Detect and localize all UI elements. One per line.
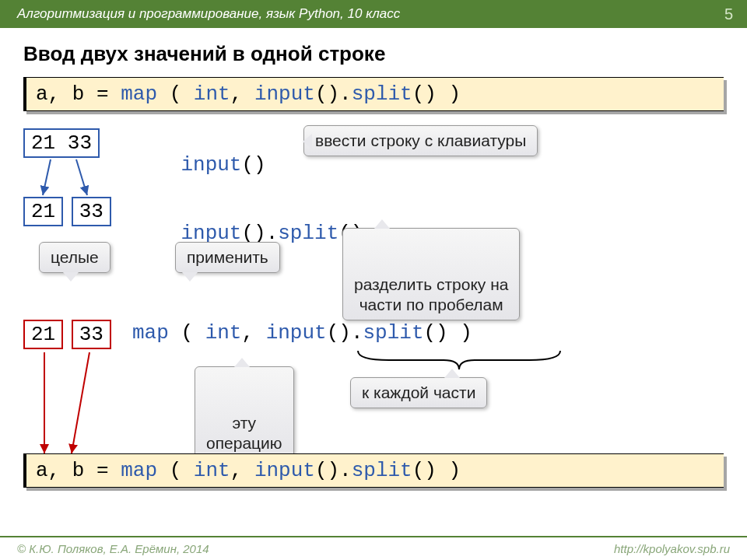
page-title: Ввод двух значений в одной строке xyxy=(23,42,747,66)
callout-split: разделить строку на части по пробелам xyxy=(342,228,520,320)
header-bar: Алгоритмизация и программирование, язык … xyxy=(0,0,747,28)
box-33: 33 xyxy=(72,197,111,226)
code-line-bottom: a, b = map ( int, input().split() ) xyxy=(23,453,724,488)
box-input-raw: 21 33 xyxy=(23,128,100,158)
callout-each: к каждой части xyxy=(350,377,487,408)
callout-whole: целые xyxy=(39,242,110,273)
svg-line-1 xyxy=(76,159,87,195)
diagram-area: 21 33 input() ввести строку с клавиатуры… xyxy=(23,111,724,492)
code-line-top: a, b = map ( int, input().split() ) xyxy=(23,77,724,111)
callout-input: ввести строку с клавиатуры xyxy=(303,125,538,156)
svg-line-0 xyxy=(43,159,51,195)
page-number: 5 xyxy=(724,5,733,23)
footer-copyright: © К.Ю. Поляков, Е.А. Ерёмин, 2014 xyxy=(17,542,209,555)
callout-op: эту операцию xyxy=(195,366,294,459)
footer: © К.Ю. Поляков, Е.А. Ерёмин, 2014 http:/… xyxy=(0,536,747,560)
code-input-call: input() xyxy=(132,130,266,200)
footer-url: http://kpolyakov.spb.ru xyxy=(614,542,730,555)
box-21-int: 21 xyxy=(23,320,63,349)
breadcrumb: Алгоритмизация и программирование, язык … xyxy=(17,6,400,22)
callout-apply: применить xyxy=(175,242,280,273)
box-21: 21 xyxy=(23,197,63,226)
svg-line-3 xyxy=(72,352,89,453)
code-map-line: map ( int, input().split() ) xyxy=(132,321,472,345)
box-33-int: 33 xyxy=(72,320,111,349)
